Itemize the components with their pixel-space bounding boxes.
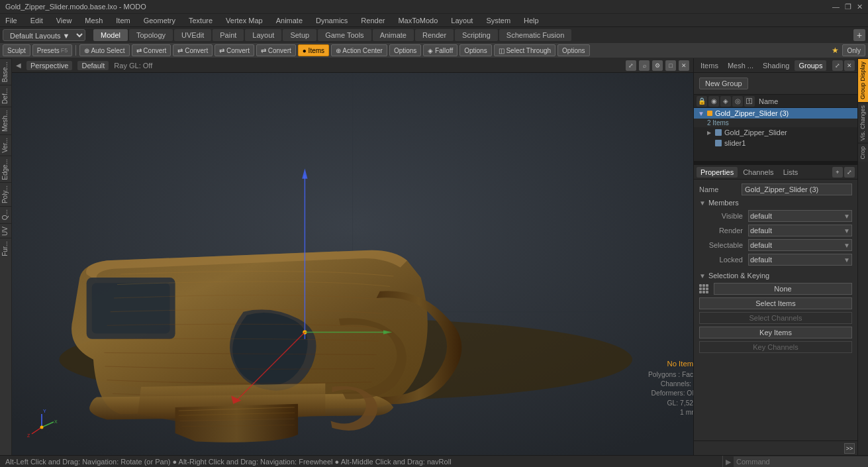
maximize-btn[interactable]: ❐: [845, 3, 851, 11]
props-nav-btn[interactable]: >>: [844, 443, 855, 454]
render-select[interactable]: default ▼: [748, 225, 852, 236]
groups-toolbar-select[interactable]: ◎: [732, 96, 743, 107]
props-expand-btn[interactable]: ⤢: [844, 167, 855, 178]
tab-uvedit[interactable]: UVEdit: [174, 29, 211, 41]
members-section[interactable]: ▼ Members: [694, 197, 857, 209]
tab-paint[interactable]: Paint: [213, 29, 244, 41]
menu-mesh[interactable]: Mesh: [82, 17, 105, 25]
props-tab-lists[interactable]: Lists: [779, 167, 802, 178]
new-group-button[interactable]: New Group: [699, 78, 748, 89]
items-btn[interactable]: ● Items: [298, 44, 329, 56]
selection-keying-section[interactable]: ▼ Selection & Keying: [694, 270, 857, 282]
auto-select-btn[interactable]: ⊕ Auto Select: [79, 44, 129, 56]
menu-geometry[interactable]: Geometry: [141, 17, 178, 25]
vp-settings-icon[interactable]: ⚙: [652, 60, 663, 71]
sidebar-tab-ver[interactable]: Ver...: [0, 134, 11, 156]
tab-layout[interactable]: Layout: [245, 29, 281, 41]
options-btn-3[interactable]: Options: [557, 44, 589, 56]
groups-toolbar-eye[interactable]: ◉: [708, 96, 719, 107]
rstrip-group-display[interactable]: Group Display: [858, 58, 868, 102]
sidebar-tab-q[interactable]: Q...: [0, 206, 11, 223]
sidebar-tab-poly[interactable]: Poly...: [0, 182, 11, 206]
select-items-btn[interactable]: Select Items: [699, 297, 852, 309]
convert-btn-3[interactable]: ⇄ Convert: [215, 44, 254, 56]
vp-left-arrow[interactable]: ◀: [16, 62, 21, 69]
menu-texture[interactable]: Texture: [186, 17, 215, 25]
none-btn[interactable]: None: [714, 283, 852, 295]
tree-item-slider1[interactable]: slider1: [694, 138, 857, 148]
menu-animate[interactable]: Animate: [273, 17, 305, 25]
groups-expand-btn[interactable]: ⤢: [832, 60, 843, 71]
menu-view[interactable]: View: [54, 17, 75, 25]
sidebar-tab-fur[interactable]: Fur...: [0, 238, 11, 259]
tab-model[interactable]: Model: [93, 29, 128, 41]
viewport-perspective-label[interactable]: Perspective: [26, 61, 72, 70]
menu-edit[interactable]: Edit: [28, 17, 46, 25]
key-channels-btn[interactable]: Key Channels: [699, 341, 852, 353]
command-arrow[interactable]: ▶: [723, 458, 734, 466]
group-item-gold-zipper[interactable]: ▼ Gold_Zipper_Slider (3): [694, 108, 857, 119]
props-add-btn[interactable]: +: [832, 167, 843, 178]
menu-item[interactable]: Item: [113, 17, 132, 25]
falloff-btn[interactable]: ◈ Falloff: [423, 44, 458, 56]
options-btn-1[interactable]: Options: [389, 44, 421, 56]
visible-select[interactable]: default ▼: [748, 210, 852, 222]
tab-schematic[interactable]: Schematic Fusion: [499, 29, 571, 41]
tab-scripting[interactable]: Scripting: [455, 29, 498, 41]
select-channels-btn[interactable]: Select Channels: [699, 312, 852, 324]
sidebar-tab-def[interactable]: Def...: [0, 85, 11, 107]
tree-item-gold-zipper-slider[interactable]: ▶ Gold_Zipper_Slider: [694, 127, 857, 138]
groups-toolbar-key[interactable]: ⚿: [744, 96, 755, 107]
presets-btn[interactable]: Presets F5: [32, 44, 72, 56]
add-layout-btn[interactable]: +: [853, 29, 865, 41]
tab-topology[interactable]: Topology: [129, 29, 173, 41]
sidebar-tab-base[interactable]: Base...: [0, 58, 11, 85]
viewport-3d[interactable]: No Items Polygons : Face Channels: 0 Def…: [12, 73, 693, 455]
vp-close-icon[interactable]: ✕: [679, 60, 689, 71]
tab-shading[interactable]: Shading: [759, 60, 793, 71]
convert-btn-2[interactable]: ⇄ Convert: [173, 44, 213, 56]
sidebar-tab-uv[interactable]: UV: [0, 223, 11, 238]
menu-system[interactable]: System: [483, 17, 513, 25]
viewport-default-label[interactable]: Default: [77, 61, 109, 70]
menu-help[interactable]: Help: [521, 17, 542, 25]
rstrip-crop[interactable]: Crop: [858, 143, 868, 162]
vp-expand-icon[interactable]: ⤢: [626, 60, 636, 71]
tab-animate[interactable]: Animate: [373, 29, 414, 41]
sidebar-tab-mesh[interactable]: Mesh...: [0, 107, 11, 134]
menu-vertexmap[interactable]: Vertex Map: [223, 17, 265, 25]
layout-dropdown[interactable]: Default Layouts ▼: [3, 29, 85, 41]
tab-render[interactable]: Render: [415, 29, 454, 41]
sculpt-btn[interactable]: Sculpt: [3, 44, 30, 56]
action-center-btn[interactable]: ⊕ Action Center: [331, 44, 387, 56]
key-items-btn[interactable]: Key Items: [699, 327, 852, 338]
menu-maxtomodo[interactable]: MaxToModo: [395, 17, 440, 25]
minimize-btn[interactable]: —: [832, 3, 840, 11]
vp-zoom-icon[interactable]: ⌕: [639, 60, 650, 71]
locked-select[interactable]: default ▼: [748, 254, 852, 266]
tab-mesh[interactable]: Mesh ...: [724, 60, 757, 71]
groups-close-btn[interactable]: ✕: [844, 60, 855, 71]
props-tab-properties[interactable]: Properties: [697, 167, 738, 178]
select-through-btn[interactable]: ◫ Select Through: [494, 44, 555, 56]
menu-layout[interactable]: Layout: [448, 17, 475, 25]
tab-groups[interactable]: Groups: [795, 60, 826, 71]
props-tab-channels[interactable]: Channels: [739, 167, 777, 178]
titlebar-controls[interactable]: — ❐ ✕: [832, 3, 863, 11]
menu-file[interactable]: File: [3, 17, 20, 25]
tab-setup[interactable]: Setup: [283, 29, 316, 41]
rstrip-vis-changes[interactable]: Vis. Changes: [858, 102, 868, 143]
menu-dynamics[interactable]: Dynamics: [313, 17, 350, 25]
groups-toolbar-lock[interactable]: 🔒: [697, 96, 707, 107]
sidebar-tab-edge[interactable]: Edge...: [0, 156, 11, 183]
only-btn[interactable]: Only: [842, 44, 865, 56]
vp-maximize-icon[interactable]: □: [665, 60, 676, 71]
groups-toolbar-render[interactable]: ◈: [720, 96, 731, 107]
selectable-select[interactable]: default ▼: [748, 239, 852, 251]
tab-items[interactable]: Items: [697, 60, 722, 71]
convert-btn-4[interactable]: ⇄ Convert: [256, 44, 296, 56]
menu-render[interactable]: Render: [358, 17, 387, 25]
close-btn[interactable]: ✕: [857, 3, 863, 11]
groups-tree[interactable]: ▼ Gold_Zipper_Slider (3) 2 Items ▶ Gold_…: [694, 108, 857, 161]
tab-gametools[interactable]: Game Tools: [318, 29, 371, 41]
